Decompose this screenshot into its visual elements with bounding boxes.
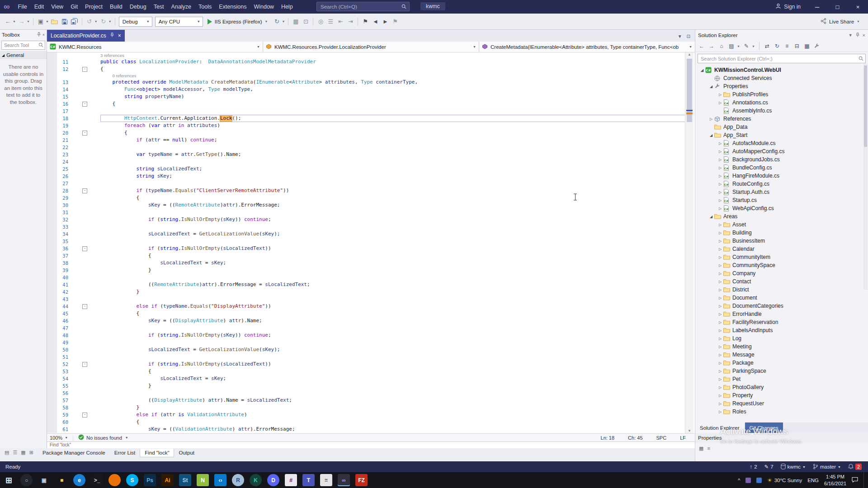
editor-vertical-scrollbar[interactable]: ▲ ▼ [685, 52, 693, 433]
taskbar-start-button[interactable]: ⊞ [3, 474, 15, 486]
tree-item-facilityreservation[interactable]: ▷FacilityReservation [695, 318, 868, 326]
bottom-left-icon-1[interactable]: ▤ [5, 450, 9, 455]
fold-collapse-icon[interactable]: - [82, 131, 87, 136]
code-line-56[interactable]: 56 [47, 389, 695, 397]
tree-item-publishprofiles[interactable]: ▷PublishProfiles [695, 90, 868, 99]
zoom-dropdown[interactable]: 100% ▼ [50, 435, 68, 441]
open-file-icon[interactable] [50, 16, 59, 27]
nav-class-dropdown[interactable]: KWMC.Resources.Provider.LocalizationProv… [263, 42, 479, 52]
indent-increase-icon[interactable]: ⇥ [346, 16, 355, 27]
code-line-23[interactable]: 23 var typeName = attr.GetType().Name; [47, 151, 695, 158]
menu-analyze[interactable]: Analyze [168, 0, 195, 14]
toolbox-search-input[interactable] [3, 42, 38, 48]
live-share-button[interactable]: Live Share ▼ [821, 18, 868, 25]
pin-icon[interactable] [855, 33, 860, 38]
browser-link-icon[interactable]: ⊡ [301, 16, 310, 27]
spaces-mode-label[interactable]: SPC [656, 435, 667, 441]
code-line-54[interactable]: 54 sLocalizedText = sKey; [47, 375, 695, 382]
code-line-34[interactable]: 34 sLocalizedText = GetLocalizationValue… [47, 230, 695, 238]
tree-item-contact[interactable]: ▷Contact [695, 277, 868, 286]
code-line-22[interactable]: 22 [47, 144, 695, 151]
switch-views-icon[interactable]: ▤ [727, 42, 736, 51]
clear-bookmarks-icon[interactable]: ⚑ [391, 16, 400, 27]
branch-picker[interactable]: master ▼ [813, 464, 841, 470]
tree-item-communityitem[interactable]: ▷CommunityItem [695, 253, 868, 261]
back-icon[interactable]: ← [697, 42, 706, 51]
document-tab[interactable]: LocalizationProvider.cs × [47, 30, 125, 42]
taskbar-firefox[interactable] [108, 474, 121, 486]
toggle-bookmark-icon[interactable]: ⚑ [361, 16, 370, 27]
code-line-39[interactable]: 39 } [47, 267, 695, 274]
taskbar-skype[interactable]: S [126, 474, 138, 486]
code-line-53[interactable]: 53 { [47, 368, 695, 375]
code-line-45[interactable]: 45 { [47, 310, 695, 317]
menu-test[interactable]: Test [150, 0, 168, 14]
find-in-files-icon[interactable]: ◎ [316, 16, 325, 27]
code-line-55[interactable]: 55 } [47, 382, 695, 389]
tree-item-communityspace[interactable]: ▷CommunitySpace [695, 261, 868, 269]
bottom-tab-find-lock-[interactable]: Find "lock" [140, 449, 174, 457]
maximize-button[interactable]: □ [827, 0, 848, 14]
code-line-51[interactable]: 51 [47, 353, 695, 361]
tree-item-errorhandle[interactable]: ▷ErrorHandle [695, 310, 868, 318]
line-ending-label[interactable]: LF [680, 435, 686, 441]
tree-item-parkingspace[interactable]: ▷ParkingSpace [695, 367, 868, 375]
tree-item-property[interactable]: ▷Property [695, 391, 868, 399]
bottom-tab-package-manager-console[interactable]: Package Manager Console [38, 449, 110, 457]
indent-decrease-icon[interactable]: ⇤ [336, 16, 345, 27]
codelens-references-link[interactable]: 0 references [100, 73, 136, 79]
minimize-button[interactable]: ─ [807, 0, 827, 14]
nest-related-files-icon[interactable]: ≡ [783, 42, 792, 51]
code-line-41[interactable]: 41 ((RemoteAttribute)attr).ErrorMessage … [47, 281, 695, 288]
menu-git[interactable]: Git [67, 0, 81, 14]
code-line-31[interactable]: 31 [47, 209, 695, 216]
code-line-26[interactable]: 26 string sKey; [47, 173, 695, 180]
tree-item-businessitem[interactable]: ▷BusinessItem [695, 237, 868, 245]
hidden-icons-chevron[interactable]: ^ [738, 478, 740, 483]
toolbox-search-box[interactable] [1, 41, 45, 50]
quick-search-box[interactable] [316, 2, 410, 11]
code-line-57[interactable]: 57 ((DisplayAttribute) attr).Name = sLoc… [47, 397, 695, 404]
menu-build[interactable]: Build [106, 0, 126, 14]
show-all-files-icon[interactable]: ▦ [802, 42, 811, 51]
codelens-row[interactable]: 3 references [47, 52, 695, 58]
tree-item-asset[interactable]: ▷Asset [695, 221, 868, 229]
tree-item-assemblyinfo-cs[interactable]: C#AssemblyInfo.cs [695, 107, 868, 115]
tab-git-changes[interactable]: Git Changes [745, 422, 783, 433]
code-line-59[interactable]: 59- else if (attr is ValidationAttribute… [47, 411, 695, 418]
taskbar-search-button[interactable]: ○ [20, 474, 33, 486]
taskbar-gitkraken[interactable]: K [250, 474, 262, 486]
code-line-13[interactable]: 13 protected override ModelMetadata Crea… [47, 79, 695, 86]
show-desktop-button[interactable] [863, 472, 866, 488]
categorized-icon[interactable]: ▦ [699, 446, 703, 451]
tree-item-photogallery[interactable]: ▷PhotoGallery [695, 383, 868, 391]
menu-file[interactable]: File [14, 0, 31, 14]
code-line-11[interactable]: 11public class LocalizationProvider: Dat… [47, 58, 695, 66]
alphabetical-icon[interactable]: ≡ [707, 446, 710, 451]
code-editor[interactable]: 3 references11public class LocalizationP… [47, 52, 695, 433]
code-line-48[interactable]: 48 if (string.IsNullOrEmpty(sKey)) conti… [47, 332, 695, 339]
tree-item-log[interactable]: ▷Log [695, 334, 868, 343]
menu-debug[interactable]: Debug [126, 0, 150, 14]
taskbar-task-view-button[interactable]: ▣ [38, 474, 50, 486]
menu-tools[interactable]: Tools [195, 0, 215, 14]
scrollbar-down-arrow-icon[interactable]: ▼ [685, 429, 693, 433]
clock[interactable]: 1:45 PM 6/16/2021 [824, 474, 846, 487]
tab-solution-explorer[interactable]: Solution Explorer [695, 422, 744, 433]
code-line-16[interactable]: 16- { [47, 100, 695, 108]
language-indicator[interactable]: ENG [807, 478, 819, 483]
taskbar-calculator[interactable]: = [320, 474, 332, 486]
code-line-28[interactable]: 28- if (typeName.Equals("ClientServerRem… [47, 187, 695, 194]
scrollbar-thumb[interactable] [864, 66, 867, 147]
code-line-44[interactable]: 44- else if (typeName.Equals("DisplayAtt… [47, 303, 695, 310]
code-line-24[interactable]: 24 [47, 158, 695, 165]
float-window-icon[interactable]: ⊡ [687, 34, 690, 39]
chevron-down-icon[interactable]: ▼ [849, 33, 853, 38]
refresh-icon[interactable]: ↻ [773, 42, 782, 51]
code-line-14[interactable]: 14 Func<object> modelAccessor, Type mode… [47, 86, 695, 93]
taskbar-sourcetree[interactable]: St [179, 474, 191, 486]
code-line-60[interactable]: 60 { [47, 418, 695, 426]
code-line-49[interactable]: 49 [47, 339, 695, 346]
save-icon[interactable] [60, 16, 69, 27]
code-line-35[interactable]: 35 [47, 238, 695, 245]
